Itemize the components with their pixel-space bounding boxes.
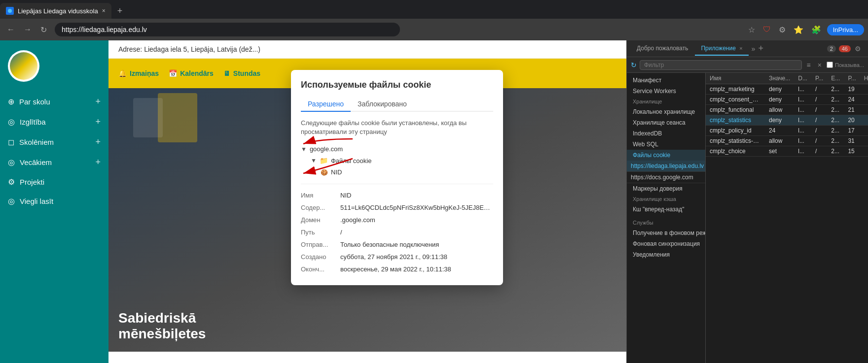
extensions-icon[interactable]: 🧩 <box>808 23 824 36</box>
cell-h <box>860 115 868 126</box>
devtools-show-checkbox[interactable]: Показыва... <box>827 62 864 68</box>
cell-d: l... <box>794 84 811 95</box>
sidebar-url-liedaga[interactable]: https://liedaga.liepaja.edu.lv <box>627 161 705 172</box>
tree-cookie-item[interactable]: 🍪 NID <box>301 166 493 178</box>
hero-stundas[interactable]: 🖥 Stundas <box>223 69 260 77</box>
sidebar-web-sql[interactable]: Web SQL <box>627 139 705 150</box>
shield-icon[interactable]: 🛡 <box>760 23 774 36</box>
site-main: Adrese: Liedaga iela 5, Liepāja, Latvija… <box>108 40 626 363</box>
new-tab-button[interactable]: + <box>113 6 127 16</box>
table-row[interactable]: cmplz_statistics-ano... allow l... / 2..… <box>706 136 868 146</box>
devtools-refresh-icon[interactable]: ↻ <box>631 61 637 69</box>
devtools-sidebar: Манифест Service Workers Хранилище Локал… <box>627 73 706 363</box>
table-row[interactable]: cmplz_statistics deny l... / 2... 20 <box>706 115 868 126</box>
cell-p2: 17 <box>844 126 860 136</box>
sidebar-cookies[interactable]: Файлы cookie <box>627 150 705 161</box>
sidebar-item-viegli[interactable]: ◎ Viegli lasīt <box>0 192 108 211</box>
sidebar-service-workers[interactable]: Service Workers <box>627 86 705 97</box>
tree-folder-item[interactable]: ▼ 📁 Файлы cookie <box>301 155 493 166</box>
settings-icon[interactable]: ⚙ <box>776 23 789 36</box>
devtools-filter-bar: ↻ ≡ × Показыва... <box>627 57 868 73</box>
table-row[interactable]: cmplz_policy_id 24 l... / 2... 17 <box>706 126 868 136</box>
sidebar-background-sync[interactable]: Фоновая синхронизация <box>627 238 705 249</box>
sidebar-session-storage[interactable]: Хранилище сеанса <box>627 117 705 128</box>
cell-name: cmplz_choice <box>706 146 765 157</box>
nav-label-projekti: Projekti <box>20 178 101 186</box>
bookmark-icon[interactable]: ⭐ <box>791 23 806 36</box>
sidebar-item-par-skolu[interactable]: ⊕ Par skolu + <box>0 92 108 112</box>
devtools-settings-icon[interactable]: ⚙ <box>852 43 864 55</box>
devtools-add-tab[interactable]: + <box>758 43 763 54</box>
hero-stundas-label: Stundas <box>233 69 260 77</box>
sidebar-manifest[interactable]: Манифест <box>627 75 705 86</box>
hero-izmain[interactable]: 🔔 Izmaiņas <box>118 69 159 77</box>
devtools-filter-input[interactable] <box>640 60 802 70</box>
sidebar-trust-tokens[interactable]: Маркеры доверия <box>627 183 705 194</box>
hero-kalendars[interactable]: 📅 Kalendārs <box>169 69 214 77</box>
cell-value: allow <box>765 136 794 146</box>
address-bar[interactable] <box>55 23 400 36</box>
detail-val-expires: воскресенье, 29 мая 2022 г., 10:11:38 <box>340 265 493 273</box>
devtools-tabs-bar: Добро пожаловать Приложение × » + 2 46 ⚙ <box>627 40 868 57</box>
cell-value: allow <box>765 105 794 115</box>
main-area: ⊕ Par skolu + ◎ Izglītība + ◻ Skolēniem … <box>0 40 868 363</box>
nav-icon-vecakiem: ◎ <box>8 158 15 167</box>
tree-cookie-name: NID <box>331 168 342 176</box>
sidebar-url-google[interactable]: https://docs.google.com <box>627 172 705 183</box>
tab-title: Liepājas Liedaga vidusskola <box>18 7 98 15</box>
detail-val-value: 511=Lk6QCDLdc5pNFriSz8XKw5bHgKeJ-5JEJ8E5… <box>340 204 493 211</box>
inprivate-button[interactable]: InPriva... <box>827 24 864 35</box>
sidebar-item-izgliitiba[interactable]: ◎ Izglītība + <box>0 112 108 132</box>
detail-val-path: / <box>340 229 493 236</box>
browser-tab[interactable]: Liepājas Liedaga vidusskola × <box>0 3 111 19</box>
cell-p2: 19 <box>844 84 860 95</box>
detail-key-send: Отправ... <box>301 241 340 248</box>
sidebar-back-forward[interactable]: Кш "вперед-назад" <box>627 204 705 215</box>
table-row[interactable]: cmplz_consent_status deny l... / 2... 24 <box>706 95 868 105</box>
detail-val-created: суббота, 27 ноября 2021 г., 09:11:38 <box>340 253 493 261</box>
table-row[interactable]: cmplz_marketing deny l... / 2... 19 <box>706 84 868 95</box>
nav-plus-izgliitiba: + <box>95 117 101 127</box>
forward-button[interactable]: → <box>21 23 35 36</box>
hero-izmain-label: Izmaiņas <box>130 69 159 77</box>
devtools-body: Манифест Service Workers Хранилище Локал… <box>627 73 868 363</box>
table-row[interactable]: cmplz_choice set l... / 2... 15 <box>706 146 868 157</box>
col-header-value: Значе... <box>765 73 794 84</box>
detail-val-domain: .google.com <box>340 216 493 224</box>
devtools-tab-application[interactable]: Приложение × <box>695 42 748 56</box>
back-button[interactable]: ← <box>4 23 18 36</box>
star-icon[interactable]: ☆ <box>745 23 758 36</box>
sidebar-local-storage[interactable]: Локальное хранилище <box>627 106 705 117</box>
devtools-close-icon[interactable]: × <box>816 60 824 70</box>
sidebar-background-fetch[interactable]: Получение в фоновом режим <box>627 228 705 238</box>
sidebar-item-projekti[interactable]: ⚙ Projekti <box>0 172 108 192</box>
sidebar-item-skoleniem[interactable]: ◻ Skolēniem + <box>0 132 108 152</box>
refresh-button[interactable]: ↻ <box>37 23 50 36</box>
sidebar-item-vecakiem[interactable]: ◎ Vecākiem + <box>0 152 108 172</box>
cell-name: cmplz_policy_id <box>706 126 765 136</box>
devtools-tab-close[interactable]: × <box>739 45 742 51</box>
sidebar-indexeddb[interactable]: IndexedDB <box>627 128 705 139</box>
sidebar-notifications[interactable]: Уведомления <box>627 249 705 260</box>
cell-name: cmplz_consent_status <box>706 95 765 105</box>
cell-d: l... <box>794 95 811 105</box>
tree-domain-item[interactable]: ▼ google.com <box>301 143 493 155</box>
calendar-icon: 📅 <box>169 69 177 77</box>
detail-row-value: Содер... 511=Lk6QCDLdc5pNFriSz8XKw5bHgKe… <box>301 201 493 214</box>
cookie-tab-blocked[interactable]: Заблокировано <box>351 97 414 111</box>
devtools-more-tabs[interactable]: » <box>752 45 756 53</box>
cell-name: cmplz_marketing <box>706 84 765 95</box>
tab-close-button[interactable]: × <box>102 7 106 14</box>
cell-p2: 21 <box>844 105 860 115</box>
cell-p: / <box>811 84 827 95</box>
cookies-table-body: cmplz_marketing deny l... / 2... 19 cmpl… <box>706 84 868 157</box>
sidebar-cache-group: Хранилище кэша <box>627 194 705 204</box>
cell-p2: 31 <box>844 136 860 146</box>
table-row[interactable]: cmplz_functional allow l... / 2... 21 <box>706 105 868 115</box>
devtools-filter-options-icon[interactable]: ≡ <box>805 60 813 70</box>
detail-row-name: Имя NID <box>301 189 493 201</box>
cell-d: l... <box>794 136 811 146</box>
devtools-show-check[interactable] <box>827 62 833 68</box>
cookie-tab-allowed[interactable]: Разрешено <box>301 97 351 112</box>
devtools-tab-welcome[interactable]: Добро пожаловать <box>631 42 694 56</box>
